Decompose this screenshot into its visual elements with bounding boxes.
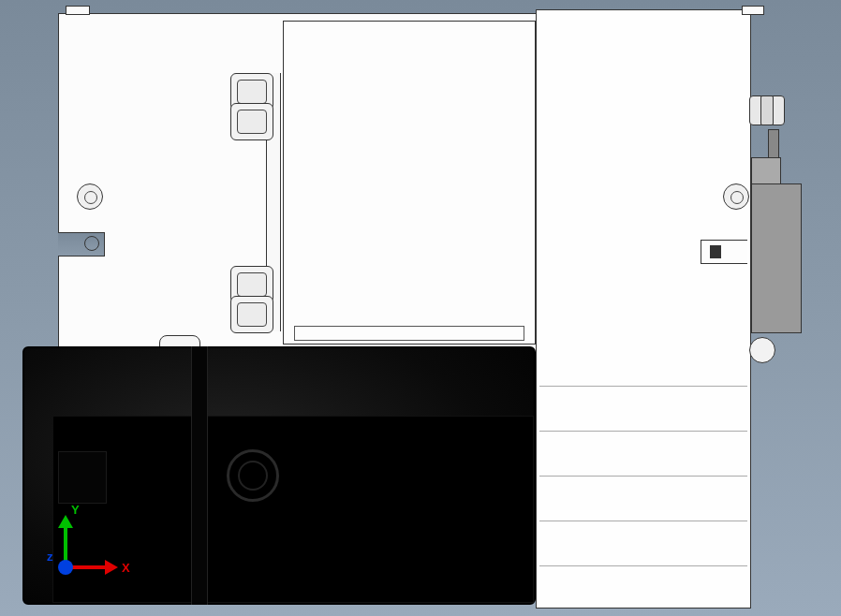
motor-connector-block (58, 451, 107, 504)
column-shade-line (539, 565, 747, 566)
motor-clamp-band (191, 346, 208, 605)
axis-y-label: Y (71, 503, 80, 517)
side-stud (749, 337, 775, 363)
assembly-cover-panel (283, 21, 536, 345)
axis-x-arrow-icon (105, 560, 118, 575)
axis-z-label: z (47, 550, 53, 564)
column-shade-line (539, 431, 747, 432)
motor-face-ring-inner (238, 461, 268, 491)
axis-z-dot-icon (58, 560, 73, 575)
plate-notch-left-radius (84, 236, 99, 251)
column-shade-line (539, 386, 747, 387)
column-shade-line (539, 476, 747, 477)
assembly-cover-panel-ledge (294, 326, 524, 341)
axis-x-label: X (122, 561, 130, 575)
plate-notch-right (701, 240, 747, 264)
top-tab-left (66, 6, 90, 15)
column-shade-line (539, 521, 747, 521)
axis-y-arrow-icon (58, 515, 73, 528)
cad-viewport[interactable]: X Y z (0, 0, 841, 616)
fastener-hex-right (723, 183, 749, 210)
standoff-boss-upper-b (230, 103, 273, 140)
plate-notch-right-slot (710, 245, 721, 258)
connector-stub-pin (760, 95, 774, 125)
assembly-right-column (536, 9, 751, 609)
bracket-plate (751, 183, 802, 333)
standoff-boss-lower-b (230, 296, 273, 333)
top-tab-right (742, 6, 764, 15)
bracket-top (751, 157, 781, 185)
fastener-hex-left (77, 183, 103, 210)
view-triad[interactable]: X Y z (45, 506, 129, 590)
